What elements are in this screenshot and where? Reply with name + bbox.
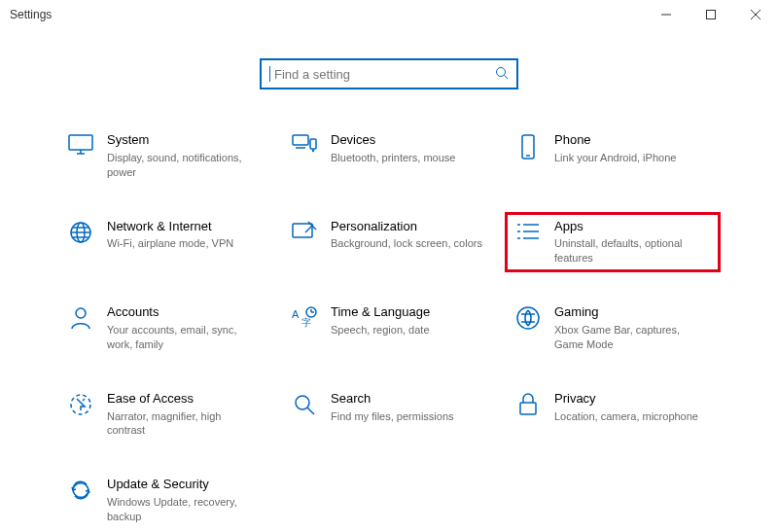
minimize-button[interactable] (644, 0, 689, 29)
svg-point-4 (497, 67, 506, 76)
system-icon (64, 132, 97, 180)
svg-rect-6 (69, 135, 92, 150)
phone-icon (512, 132, 545, 180)
tile-title: System (107, 132, 261, 149)
search-tile-icon (288, 391, 321, 439)
tile-title: Accounts (107, 304, 261, 321)
tile-subtitle: Bluetooth, printers, mouse (331, 151, 455, 165)
window-controls (644, 0, 778, 29)
tile-devices[interactable]: Devices Bluetooth, printers, mouse (282, 126, 496, 186)
text-cursor (269, 66, 270, 82)
tile-title: Privacy (554, 391, 698, 408)
tile-subtitle: Location, camera, microphone (554, 409, 698, 424)
svg-line-38 (307, 408, 314, 414)
search-input[interactable] (272, 66, 495, 83)
svg-rect-20 (293, 224, 312, 237)
svg-rect-1 (707, 11, 716, 19)
close-button[interactable] (733, 0, 778, 29)
svg-rect-39 (520, 403, 536, 414)
tile-title: Personalization (331, 219, 482, 235)
close-icon (751, 10, 760, 19)
tile-phone[interactable]: Phone Link your Android, iPhone (506, 126, 720, 186)
settings-grid: System Display, sound, notifications, po… (58, 126, 720, 530)
globe-icon (64, 219, 97, 266)
tile-subtitle: Windows Update, recovery, backup (107, 495, 261, 524)
svg-point-29 (76, 308, 86, 318)
svg-rect-10 (310, 139, 316, 149)
svg-rect-9 (293, 135, 308, 145)
gaming-icon (512, 304, 545, 352)
lock-icon (512, 391, 545, 439)
svg-text:字: 字 (301, 317, 311, 328)
tile-time-language[interactable]: A字 Time & Language Speech, region, date (282, 299, 496, 358)
tile-apps[interactable]: Apps Uninstall, defaults, optional featu… (506, 213, 720, 272)
tile-system[interactable]: System Display, sound, notifications, po… (58, 126, 272, 186)
tile-privacy[interactable]: Privacy Location, camera, microphone (506, 385, 720, 444)
svg-point-36 (71, 395, 90, 414)
tile-title: Ease of Access (107, 391, 261, 408)
tile-update-security[interactable]: Update & Security Windows Update, recove… (58, 471, 272, 530)
svg-line-5 (505, 75, 509, 79)
tile-personalization[interactable]: Personalization Background, lock screen,… (282, 213, 496, 272)
tile-subtitle: Uninstall, defaults, optional features (554, 236, 708, 266)
tile-title: Gaming (554, 304, 708, 321)
person-icon (64, 304, 97, 352)
tile-title: Search (331, 391, 454, 408)
search-icon (495, 66, 509, 83)
tile-subtitle: Narrator, magnifier, high contrast (107, 409, 261, 439)
tile-subtitle: Speech, region, date (331, 323, 430, 337)
tile-title: Time & Language (331, 304, 430, 321)
tile-subtitle: Wi-Fi, airplane mode, VPN (107, 236, 233, 251)
svg-text:A: A (292, 308, 300, 320)
devices-icon (288, 132, 321, 180)
tile-subtitle: Find my files, permissions (331, 409, 454, 424)
apps-icon (512, 219, 545, 266)
paint-icon (288, 219, 321, 266)
tile-subtitle: Link your Android, iPhone (554, 151, 676, 165)
tile-title: Apps (554, 219, 708, 235)
tile-title: Phone (554, 132, 676, 149)
tile-title: Network & Internet (107, 219, 233, 235)
tile-network[interactable]: Network & Internet Wi-Fi, airplane mode,… (58, 213, 272, 272)
maximize-icon (706, 10, 716, 19)
update-icon (64, 477, 97, 524)
tile-search[interactable]: Search Find my files, permissions (282, 385, 496, 444)
tile-subtitle: Display, sound, notifications, power (107, 151, 261, 180)
tile-ease-of-access[interactable]: Ease of Access Narrator, magnifier, high… (58, 385, 272, 444)
window-title: Settings (10, 8, 52, 21)
search-box[interactable] (260, 58, 518, 89)
tile-subtitle: Background, lock screen, colors (331, 236, 482, 251)
minimize-icon (661, 10, 671, 19)
tile-subtitle: Xbox Game Bar, captures, Game Mode (554, 323, 708, 352)
tile-subtitle: Your accounts, email, sync, work, family (107, 323, 261, 352)
ease-of-access-icon (64, 391, 97, 439)
tile-title: Update & Security (107, 477, 261, 493)
tile-title: Devices (331, 132, 455, 149)
time-language-icon: A字 (288, 304, 321, 352)
svg-point-11 (313, 151, 314, 152)
tile-accounts[interactable]: Accounts Your accounts, email, sync, wor… (58, 299, 272, 358)
svg-point-37 (296, 396, 309, 409)
maximize-button[interactable] (689, 0, 733, 29)
tile-gaming[interactable]: Gaming Xbox Game Bar, captures, Game Mod… (506, 299, 720, 358)
